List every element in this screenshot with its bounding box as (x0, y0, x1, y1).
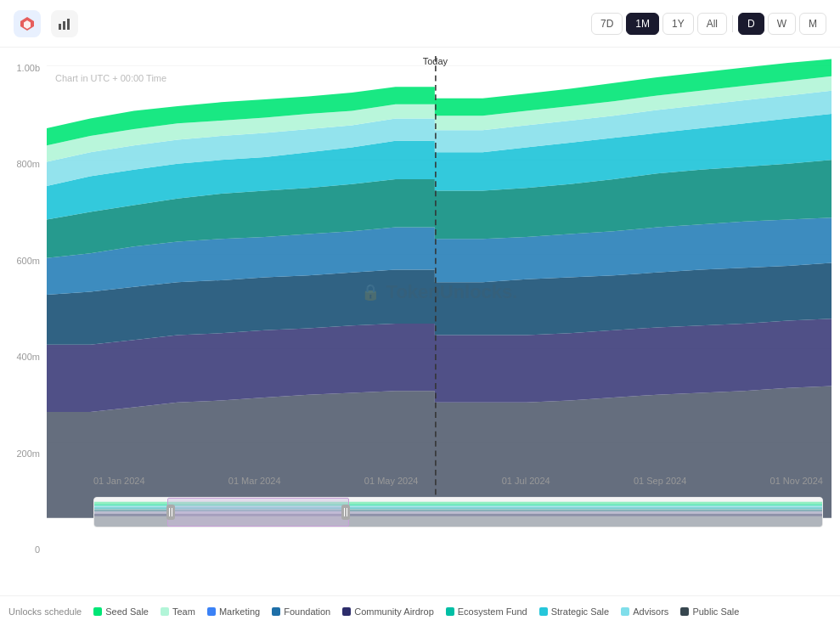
legend-public-sale: Public Sale (680, 606, 739, 617)
legend-advisors: Advisors (621, 606, 668, 617)
legend-dot-ecosystem-fund (446, 607, 454, 616)
legend-dot-team (161, 607, 169, 616)
x-labels: 01 Jan 2024 01 Mar 2024 01 May 2024 01 J… (93, 476, 823, 486)
btn-1y[interactable]: 1Y (662, 13, 694, 35)
bar-chart-icon[interactable] (51, 10, 78, 37)
x-label-nov: 01 Nov 2024 (770, 476, 823, 486)
svg-rect-0 (59, 24, 61, 30)
chart-visualization (47, 56, 832, 527)
chart-svg-area[interactable]: Chart in UTC + 00:00 Time Today (47, 56, 832, 527)
legend-foundation: Foundation (272, 606, 330, 617)
legend-label-team: Team (172, 606, 195, 617)
y-axis: 1.00b 800m 600m 400m 200m 0 (0, 56, 47, 561)
y-label-600m: 600m (0, 256, 47, 266)
x-label-jan: 01 Jan 2024 (93, 476, 145, 486)
legend-strategic-sale: Strategic Sale (539, 606, 609, 617)
legend-label-public-sale: Public Sale (692, 606, 739, 617)
y-label-800m: 800m (0, 159, 47, 169)
minimap[interactable] (93, 497, 823, 527)
legend-label-strategic-sale: Strategic Sale (551, 606, 609, 617)
x-label-mar: 01 Mar 2024 (228, 476, 281, 486)
legend: Unlocks schedule Seed Sale Team Marketin… (0, 595, 840, 626)
minimap-selection[interactable] (167, 498, 349, 527)
x-label-may: 01 May 2024 (364, 476, 419, 486)
btn-1m[interactable]: 1M (626, 13, 659, 35)
y-label-1b: 1.00b (0, 63, 47, 73)
header-left (14, 10, 78, 37)
legend-team: Team (161, 606, 195, 617)
btn-w[interactable]: W (768, 13, 796, 35)
legend-dot-marketing (207, 607, 216, 616)
legend-ecosystem-fund: Ecosystem Fund (446, 606, 527, 617)
chart-inner: 1.00b 800m 600m 400m 200m 0 Chart in UTC… (0, 56, 840, 595)
btn-7d[interactable]: 7D (591, 13, 623, 35)
legend-label-seed-sale: Seed Sale (105, 606, 149, 617)
legend-dot-seed-sale (93, 607, 102, 616)
y-label-200m: 200m (0, 448, 47, 459)
legend-section-label: Unlocks schedule (8, 606, 82, 617)
minimap-handle-right[interactable] (341, 505, 350, 520)
utc-label: Chart in UTC + 00:00 Time (55, 73, 166, 83)
legend-label-community-airdrop: Community Airdrop (354, 606, 434, 617)
x-label-sep: 01 Sep 2024 (634, 476, 686, 486)
btn-d[interactable]: D (738, 13, 764, 35)
legend-dot-public-sale (680, 607, 689, 616)
x-axis: 01 Jan 2024 01 Mar 2024 01 May 2024 01 J… (93, 468, 823, 493)
logo-icon (14, 10, 41, 37)
legend-dot-foundation (272, 607, 280, 616)
svg-rect-1 (63, 21, 65, 30)
x-label-jul: 01 Jul 2024 (502, 476, 550, 486)
y-label-0: 0 (0, 544, 47, 555)
today-label: Today (423, 56, 448, 66)
header: 7D 1M 1Y All D W M (0, 0, 840, 48)
legend-dot-community-airdrop (342, 607, 351, 616)
svg-rect-2 (67, 19, 70, 30)
legend-community-airdrop: Community Airdrop (342, 606, 434, 617)
legend-seed-sale: Seed Sale (93, 606, 149, 617)
legend-marketing: Marketing (207, 606, 260, 617)
btn-m[interactable]: M (799, 13, 826, 35)
legend-dot-advisors (621, 607, 629, 616)
minimap-handle-left[interactable] (166, 505, 175, 520)
minimap-content (94, 498, 822, 527)
legend-label-advisors: Advisors (633, 606, 668, 617)
chart-container: 1.00b 800m 600m 400m 200m 0 Chart in UTC… (0, 48, 840, 595)
period-divider (732, 15, 733, 32)
time-period-buttons: 7D 1M 1Y All D W M (591, 13, 826, 35)
legend-dot-strategic-sale (539, 607, 548, 616)
btn-all[interactable]: All (697, 13, 727, 35)
legend-label-ecosystem-fund: Ecosystem Fund (458, 606, 527, 617)
app-container: 7D 1M 1Y All D W M 1.00b 800m 600m 400m … (0, 0, 840, 626)
legend-label-foundation: Foundation (284, 606, 330, 617)
y-label-400m: 400m (0, 352, 47, 362)
legend-label-marketing: Marketing (219, 606, 260, 617)
